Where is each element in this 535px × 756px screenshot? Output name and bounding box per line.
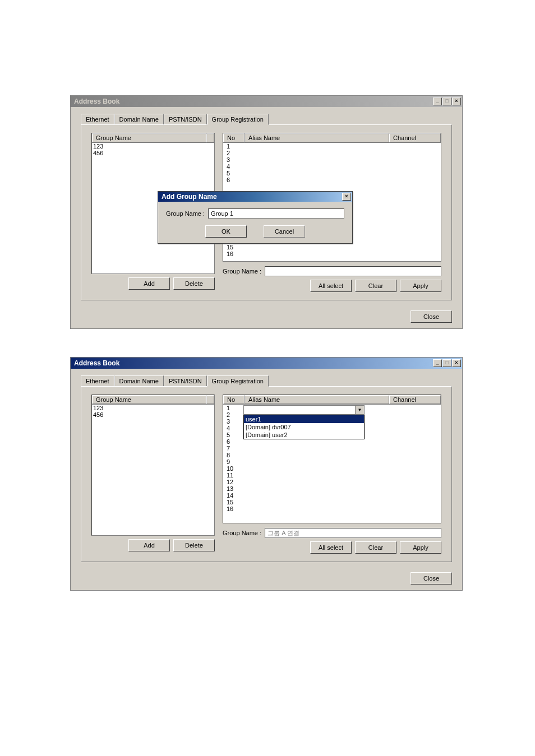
- modal-group-name-input[interactable]: [208, 208, 344, 219]
- group-name-list[interactable]: Group Name 123 456: [91, 395, 215, 536]
- alias-dropdown-list[interactable]: user1 [Domain] dvr007 [Domain] user2: [243, 415, 365, 439]
- minimize-button[interactable]: _: [433, 98, 442, 105]
- list-item[interactable]: 123: [93, 143, 213, 150]
- all-select-button[interactable]: All select: [310, 541, 352, 554]
- col-spacer: [206, 133, 214, 142]
- table-row[interactable]: 9: [224, 458, 440, 465]
- maximize-button[interactable]: □: [442, 359, 451, 367]
- close-button[interactable]: ×: [452, 359, 461, 367]
- clear-button[interactable]: Clear: [355, 541, 396, 554]
- col-alias-name[interactable]: Alias Name: [245, 395, 389, 404]
- address-book-window-1: Address Book _ □ × Ethernet Domain Name …: [70, 95, 463, 329]
- ok-button[interactable]: OK: [205, 225, 247, 238]
- dialog-titlebar[interactable]: Add Group Name ×: [158, 192, 352, 202]
- tab-strip: Ethernet Domain Name PSTN/ISDN Group Reg…: [81, 114, 452, 125]
- tab-domain-name[interactable]: Domain Name: [114, 375, 164, 387]
- table-row[interactable]: 7: [224, 445, 440, 452]
- col-group-name[interactable]: Group Name: [92, 133, 206, 142]
- table-row[interactable]: 1: [224, 143, 440, 150]
- combo-value: [244, 406, 355, 414]
- add-button[interactable]: Add: [128, 539, 170, 551]
- table-row[interactable]: 4: [224, 163, 440, 170]
- all-select-button[interactable]: All select: [310, 280, 352, 292]
- table-row[interactable]: 16: [224, 251, 440, 257]
- close-button[interactable]: ×: [452, 98, 461, 105]
- table-row[interactable]: 12: [224, 479, 440, 485]
- group-name-label: Group Name :: [223, 530, 261, 536]
- table-row[interactable]: 13: [224, 485, 440, 492]
- modal-group-name-label: Group Name :: [166, 210, 205, 217]
- dialog-title: Add Group Name: [162, 193, 217, 201]
- cancel-button[interactable]: Cancel: [264, 225, 305, 238]
- table-row[interactable]: 2: [224, 150, 440, 156]
- col-channel[interactable]: Channel: [389, 133, 441, 142]
- add-group-name-dialog: Add Group Name × Group Name : OK Cancel: [158, 191, 353, 244]
- minimize-button[interactable]: _: [433, 359, 442, 367]
- table-row[interactable]: 3: [224, 156, 440, 163]
- tab-domain-name[interactable]: Domain Name: [114, 114, 164, 125]
- table-row[interactable]: 11: [224, 472, 440, 479]
- tab-group-registration[interactable]: Group Registration: [207, 375, 269, 387]
- address-book-window-2: Address Book _ □ × Ethernet Domain Name …: [70, 357, 463, 591]
- tab-pstn-isdn[interactable]: PSTN/ISDN: [164, 114, 207, 125]
- table-row[interactable]: 6: [224, 177, 440, 183]
- table-row[interactable]: 15: [224, 499, 440, 505]
- list-item[interactable]: 123: [93, 405, 213, 411]
- col-group-name[interactable]: Group Name: [92, 395, 206, 404]
- group-name-label: Group Name :: [223, 268, 261, 275]
- tab-strip: Ethernet Domain Name PSTN/ISDN Group Reg…: [81, 375, 452, 387]
- tab-ethernet[interactable]: Ethernet: [81, 114, 114, 125]
- tab-ethernet[interactable]: Ethernet: [81, 375, 114, 387]
- clear-button[interactable]: Clear: [355, 280, 396, 292]
- table-row[interactable]: 10: [224, 465, 440, 472]
- dialog-close-icon[interactable]: ×: [342, 193, 351, 201]
- tab-group-registration[interactable]: Group Registration: [207, 114, 269, 125]
- list-item[interactable]: 456: [93, 411, 213, 418]
- tab-pstn-isdn[interactable]: PSTN/ISDN: [164, 375, 207, 387]
- chevron-down-icon[interactable]: ▼: [355, 406, 364, 414]
- dropdown-option[interactable]: [Domain] dvr007: [244, 423, 364, 431]
- apply-button[interactable]: Apply: [400, 541, 441, 554]
- dropdown-option[interactable]: user1: [244, 415, 364, 423]
- dropdown-option[interactable]: [Domain] user2: [244, 431, 364, 439]
- close-window-button[interactable]: Close: [411, 310, 452, 323]
- window-title: Address Book: [74, 98, 119, 105]
- col-alias-name[interactable]: Alias Name: [245, 133, 389, 142]
- table-row[interactable]: 15: [224, 244, 440, 251]
- delete-button[interactable]: Delete: [173, 277, 215, 290]
- group-name-field[interactable]: [265, 528, 441, 538]
- maximize-button[interactable]: □: [442, 98, 451, 105]
- group-name-field[interactable]: [265, 266, 441, 276]
- window-title: Address Book: [74, 359, 119, 367]
- apply-button[interactable]: Apply: [400, 280, 441, 292]
- table-row[interactable]: 5: [224, 170, 440, 177]
- titlebar[interactable]: Address Book _ □ ×: [71, 96, 462, 107]
- alias-combobox[interactable]: ▼: [243, 405, 365, 415]
- col-no[interactable]: No: [223, 133, 245, 142]
- titlebar[interactable]: Address Book _ □ ×: [71, 358, 462, 369]
- col-channel[interactable]: Channel: [389, 395, 441, 404]
- col-spacer: [206, 395, 214, 404]
- alias-list[interactable]: No Alias Name Channel 1 2 3 4 5 6 7: [223, 395, 441, 523]
- delete-button[interactable]: Delete: [173, 539, 215, 551]
- table-row[interactable]: 8: [224, 452, 440, 458]
- list-item[interactable]: 456: [93, 150, 213, 156]
- col-no[interactable]: No: [223, 395, 245, 404]
- table-row[interactable]: 14: [224, 492, 440, 499]
- table-row[interactable]: 16: [224, 505, 440, 512]
- add-button[interactable]: Add: [128, 277, 170, 290]
- close-window-button[interactable]: Close: [411, 572, 452, 585]
